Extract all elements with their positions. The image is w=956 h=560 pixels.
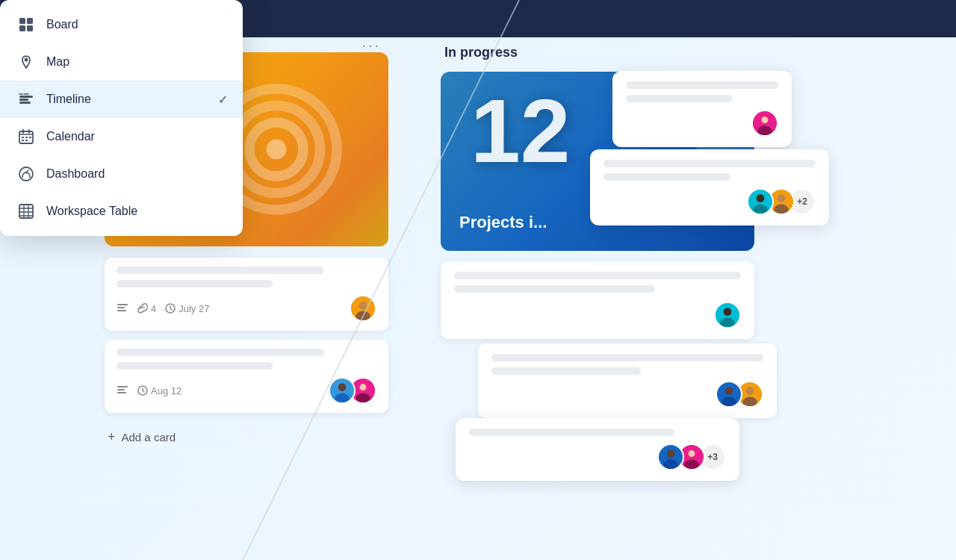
task-card-2: Aug 12 [105, 340, 388, 413]
svg-point-3 [267, 140, 287, 160]
avatar-blue-1 [329, 377, 356, 404]
timeline-icon [18, 91, 34, 108]
dashboard-label: Dashboard [46, 167, 105, 181]
task-meta-1: 4 July 27 [117, 295, 376, 322]
clock-icon-1 [165, 303, 176, 314]
svg-point-28 [777, 194, 786, 202]
svg-point-17 [335, 393, 350, 404]
right-task-line-1 [454, 272, 741, 279]
svg-point-60 [19, 167, 33, 181]
svg-point-41 [663, 460, 678, 470]
svg-point-40 [667, 449, 675, 458]
task-card-1: 4 July 27 [105, 258, 388, 331]
right-task-avatar-1 [454, 302, 741, 329]
map-icon-svg [19, 55, 34, 69]
svg-rect-55 [22, 137, 24, 138]
add-card-plus: + [108, 429, 116, 445]
svg-rect-11 [117, 386, 128, 388]
svg-point-20 [356, 393, 370, 404]
right-avatar-face-teal [716, 302, 739, 329]
svg-point-61 [25, 172, 27, 173]
attachment-icon [137, 303, 148, 314]
float-line-4 [603, 173, 730, 181]
bottom-avatar-group: +3 [469, 444, 726, 470]
svg-point-16 [338, 383, 347, 391]
float-avatar-group-2: +2 [603, 188, 816, 215]
float-avatar-teal [747, 188, 774, 215]
float-line-1 [626, 81, 778, 89]
dropdown-item-dashboard[interactable]: Dashboard [0, 155, 243, 193]
dropdown-item-calendar[interactable]: Calendar [0, 118, 243, 155]
svg-point-29 [774, 205, 789, 215]
svg-point-44 [684, 460, 699, 470]
dashboard-icon [18, 166, 34, 182]
calendar-icon [18, 128, 34, 145]
board-icon-svg [19, 17, 34, 32]
clock-icon-2 [137, 385, 148, 396]
svg-rect-4 [117, 304, 128, 305]
svg-rect-57 [29, 137, 31, 138]
svg-point-25 [757, 194, 765, 202]
dropdown-item-timeline[interactable]: Timeline ✓ [0, 81, 243, 118]
svg-point-37 [746, 387, 754, 395]
dropdown-item-map[interactable]: Map [0, 43, 243, 81]
attachment-meta: 4 [137, 303, 156, 314]
blue-card-title: Projects i... [459, 213, 547, 232]
task-card-right-1 [441, 261, 754, 339]
task-card-right-2 [478, 343, 777, 418]
avatar-face-1 [351, 295, 375, 322]
svg-point-32 [720, 318, 735, 329]
right-avatar-teal [714, 302, 741, 329]
dropdown-item-workspace-table[interactable]: Workspace Table [0, 193, 243, 230]
float-avatar-face-1 [753, 110, 777, 137]
float-avatar-group-1 [626, 110, 778, 137]
task-date-2: Aug 12 [151, 385, 181, 396]
svg-point-10 [356, 311, 370, 322]
svg-rect-49 [27, 25, 33, 31]
svg-point-19 [360, 384, 367, 391]
svg-rect-58 [22, 140, 24, 141]
svg-point-26 [753, 205, 768, 215]
svg-point-50 [25, 58, 28, 62]
svg-point-9 [359, 302, 367, 310]
add-card-button[interactable]: + Add a card [105, 422, 418, 452]
column-right: In progress 12 Projects i... [441, 45, 814, 262]
add-card-label: Add a card [122, 431, 176, 444]
right-task-avatar-group-2 [491, 381, 763, 408]
svg-rect-48 [19, 25, 25, 31]
task-line-1 [117, 267, 324, 274]
dashboard-icon-svg [19, 167, 34, 181]
timeline-label: Timeline [46, 93, 91, 106]
float-avatar-1 [751, 110, 778, 137]
bottom-line-1 [469, 429, 674, 436]
board-icon [18, 16, 34, 33]
right-task-line-4 [491, 367, 641, 375]
lines-icon [117, 302, 128, 314]
blue-card-number: 12 [471, 79, 570, 182]
avatar-face-blue [330, 377, 354, 404]
task-meta-2: Aug 12 [117, 377, 376, 404]
svg-rect-53 [19, 102, 31, 104]
column-header-right: In progress [441, 45, 814, 60]
task-line-3 [117, 349, 324, 356]
task-line-2 [117, 280, 273, 287]
svg-point-38 [742, 397, 757, 408]
right-task-line-2 [454, 285, 655, 293]
floating-card-2: +2 [590, 149, 829, 225]
dropdown-item-board[interactable]: Board [0, 6, 243, 43]
svg-rect-12 [117, 389, 125, 391]
svg-point-35 [721, 397, 736, 408]
avatar-group-2 [329, 377, 376, 404]
task-line-4 [117, 362, 273, 370]
bottom-avatar-blue [657, 444, 684, 470]
map-icon [18, 54, 34, 70]
right-avatar-face-blue2 [717, 381, 741, 408]
svg-rect-46 [19, 18, 25, 24]
workspace-table-label: Workspace Table [46, 205, 137, 218]
lines-icon-2 [117, 385, 128, 396]
svg-rect-5 [117, 307, 125, 308]
calendar-icon-svg [19, 129, 34, 144]
dropdown-menu: Board Map Timeline ✓ [0, 0, 243, 236]
date-meta-1: July 27 [165, 303, 209, 314]
svg-rect-6 [117, 310, 126, 311]
